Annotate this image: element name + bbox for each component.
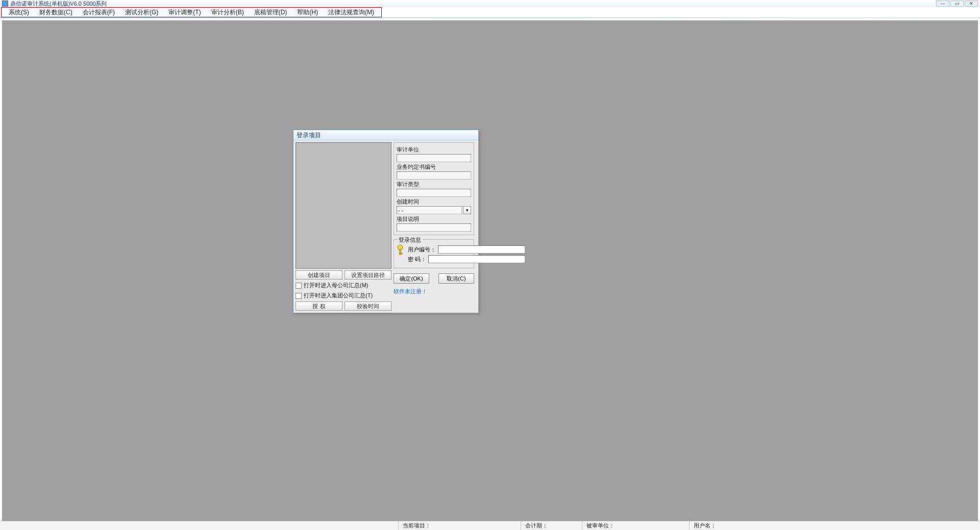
window-controls: — ▭ ✕: [936, 1, 978, 7]
menu-audit-analysis[interactable]: 审计分析(B): [206, 7, 249, 18]
status-user: 用户名：: [689, 521, 980, 530]
svg-rect-2: [400, 253, 402, 254]
menu-test-analysis[interactable]: 测试分析(G): [120, 7, 163, 18]
status-period: 会计期：: [521, 521, 582, 530]
menu-reports[interactable]: 会计报表(F): [78, 7, 120, 18]
minimize-button[interactable]: —: [936, 1, 949, 7]
agreement-field[interactable]: [397, 171, 471, 180]
checkbox-group-summary[interactable]: [296, 293, 302, 299]
menu-audit-adjust[interactable]: 审计调整(T): [163, 7, 206, 18]
menu-help[interactable]: 帮助(H): [292, 7, 323, 18]
set-path-button[interactable]: 设置项目路径: [345, 270, 391, 280]
audit-type-label: 审计类型: [397, 181, 471, 188]
status-project-label: 当前项目：: [403, 522, 431, 529]
dialog-body: 创建项目 设置项目路径 打开时进入母公司汇总(M) 打开时进入集团公司汇总(T)…: [293, 140, 478, 313]
desc-label: 项目说明: [397, 215, 471, 223]
menubar: 系统(S) 财务数据(C) 会计报表(F) 测试分析(G) 审计调整(T) 审计…: [1, 7, 382, 17]
desc-field[interactable]: [397, 223, 471, 232]
statusbar: 当前项目： 会计期： 被审单位： 用户名：: [0, 521, 980, 530]
audit-unit-label: 审计单位: [397, 146, 471, 154]
date-picker-button[interactable]: ▾: [463, 206, 471, 214]
password-input[interactable]: [428, 255, 525, 263]
login-dialog: 登录项目 创建项目 设置项目路径 打开时进入母公司汇总(M) 打开时进入集团公司…: [293, 130, 479, 313]
create-time-label: 创建时间: [397, 198, 471, 206]
unregistered-link[interactable]: 软件未注册！: [394, 288, 474, 295]
menu-law[interactable]: 法律法规查询(M): [323, 7, 379, 18]
authorize-button[interactable]: 授 权: [296, 301, 342, 311]
login-info-fieldset: 登录信息 用户编号： 密 码：: [394, 239, 474, 268]
project-tree[interactable]: [296, 142, 391, 269]
menu-workpaper[interactable]: 底稿管理(D): [249, 7, 292, 18]
menu-system[interactable]: 系统(S): [4, 7, 34, 18]
maximize-button[interactable]: ▭: [950, 1, 964, 7]
left-panel: 创建项目 设置项目路径 打开时进入母公司汇总(M) 打开时进入集团公司汇总(T)…: [296, 142, 391, 311]
checkbox-parent-label: 打开时进入母公司汇总(M): [304, 282, 369, 289]
ok-button[interactable]: 确定(OK): [394, 273, 429, 284]
app-icon: [2, 1, 8, 7]
verify-time-button[interactable]: 校验时间: [345, 301, 391, 311]
create-project-button[interactable]: 创建项目: [296, 270, 342, 280]
agreement-label: 业务约定书编号: [397, 163, 471, 171]
titlebar: 鼎信诺审计系统(单机版)V6.0 5000系列 — ▭ ✕: [0, 0, 980, 7]
audit-type-field[interactable]: [397, 189, 471, 197]
status-period-label: 会计期：: [525, 522, 548, 529]
checkbox-group-label: 打开时进入集团公司汇总(T): [304, 292, 373, 299]
workspace: [2, 20, 978, 521]
status-spacer: [0, 521, 398, 530]
status-audited-unit: 被审单位：: [582, 521, 689, 530]
project-info-group: 审计单位 业务约定书编号 审计类型 创建时间 ▾ 项目说明: [394, 142, 474, 235]
key-icon: [397, 244, 406, 256]
status-current-project: 当前项目：: [398, 521, 521, 530]
cancel-button[interactable]: 取消(C): [438, 273, 474, 284]
status-audited-label: 被审单位：: [586, 522, 615, 529]
user-label: 用户编号：: [408, 246, 436, 254]
create-time-field[interactable]: [397, 206, 462, 214]
audit-unit-field[interactable]: [397, 154, 471, 162]
password-label: 密 码：: [408, 256, 426, 263]
dialog-title: 登录项目: [293, 130, 478, 140]
menu-financial-data[interactable]: 财务数据(C): [34, 7, 78, 18]
username-input[interactable]: [438, 245, 525, 254]
close-button[interactable]: ✕: [965, 1, 978, 7]
checkbox-parent-summary[interactable]: [296, 283, 302, 289]
login-legend: 登录信息: [397, 236, 423, 244]
status-user-label: 用户名：: [694, 522, 716, 529]
window-title: 鼎信诺审计系统(单机版)V6.0 5000系列: [10, 0, 936, 8]
right-panel: 审计单位 业务约定书编号 审计类型 创建时间 ▾ 项目说明 登录信息: [394, 142, 474, 311]
